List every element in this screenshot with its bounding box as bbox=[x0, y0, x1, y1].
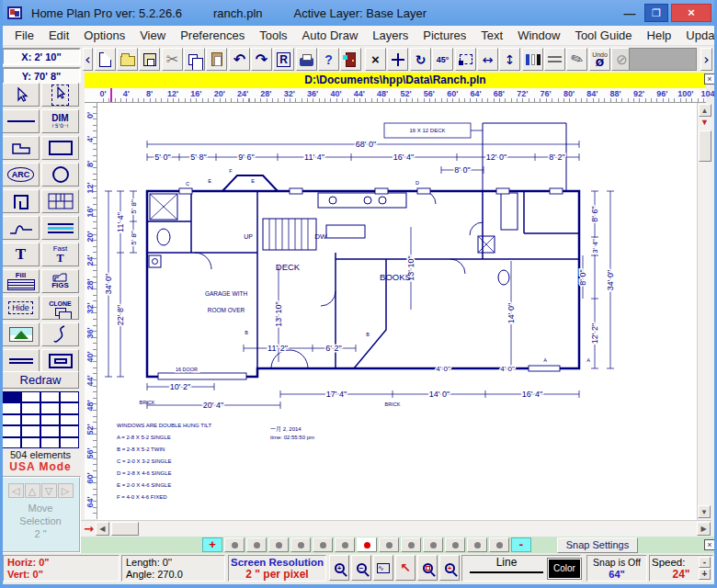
palette-cell[interactable] bbox=[40, 425, 60, 436]
undo-button[interactable]: ↶ bbox=[229, 48, 250, 71]
picture-tool[interactable] bbox=[2, 322, 40, 346]
zoom-in-button[interactable]: + bbox=[329, 555, 349, 581]
freehand-tool[interactable] bbox=[41, 322, 79, 346]
menu-item-tool-guide[interactable]: Tool Guide bbox=[567, 27, 639, 44]
print-button[interactable] bbox=[296, 48, 317, 71]
page-dot-button[interactable] bbox=[401, 537, 421, 552]
menu-item-view[interactable]: View bbox=[132, 27, 173, 44]
minimize-button[interactable]: — bbox=[618, 6, 642, 20]
double-line-tool[interactable] bbox=[2, 349, 40, 373]
move-right-button[interactable]: ▷ bbox=[58, 483, 74, 498]
scroll-right-button[interactable]: ▶ bbox=[697, 522, 711, 536]
page-dot-button[interactable] bbox=[313, 537, 333, 552]
page-dot-button[interactable] bbox=[246, 537, 267, 552]
palette-cell[interactable] bbox=[21, 425, 40, 436]
color-button[interactable]: Color bbox=[548, 559, 581, 579]
line-weight-button[interactable] bbox=[544, 48, 565, 71]
palette-cell[interactable] bbox=[60, 437, 79, 448]
select-tool[interactable] bbox=[2, 83, 40, 107]
copy-button[interactable] bbox=[184, 48, 205, 71]
page-dot-button[interactable] bbox=[423, 537, 443, 552]
scroll-up-button[interactable]: ▲ bbox=[699, 104, 711, 117]
menu-item-help[interactable]: Help bbox=[640, 27, 679, 44]
fast-text-tool[interactable]: FastT bbox=[41, 243, 79, 266]
stretch-horizontal-button[interactable]: ↔ bbox=[477, 48, 498, 71]
menu-item-text[interactable]: Text bbox=[473, 27, 510, 44]
text-tool[interactable]: T bbox=[2, 243, 40, 266]
figures-tool[interactable]: FIGS bbox=[41, 269, 79, 293]
marker-button[interactable]: ✎ bbox=[566, 48, 587, 71]
insulation-tool[interactable] bbox=[41, 216, 79, 240]
double-rectangle-tool[interactable] bbox=[41, 349, 79, 373]
zoom-region-button[interactable] bbox=[417, 555, 438, 581]
add-page-button[interactable]: + bbox=[202, 537, 222, 552]
move-button[interactable] bbox=[387, 48, 408, 71]
palette-cell[interactable] bbox=[40, 402, 60, 413]
maximize-button[interactable]: ❐ bbox=[644, 4, 668, 22]
save-button[interactable] bbox=[139, 48, 160, 71]
vertical-scrollbar[interactable]: ▲ ▼ ▼ bbox=[697, 103, 711, 520]
palette-cell[interactable] bbox=[21, 391, 40, 402]
new-file-button[interactable] bbox=[95, 48, 116, 71]
snap-settings-button[interactable]: Snap Settings bbox=[557, 537, 638, 553]
horizontal-scrollbar[interactable]: → ◀ ▶ bbox=[81, 520, 711, 537]
rectangle-tool[interactable] bbox=[41, 136, 79, 160]
toolbar-scroll-right-button[interactable]: › bbox=[700, 48, 712, 71]
menu-item-tools[interactable]: Tools bbox=[252, 27, 294, 44]
cabinets-tool[interactable] bbox=[41, 189, 79, 213]
circle-tool[interactable] bbox=[41, 163, 79, 187]
palette-cell[interactable] bbox=[60, 391, 79, 402]
select-region-button[interactable] bbox=[455, 48, 476, 71]
page-dot-button[interactable] bbox=[379, 537, 399, 552]
palette-cell[interactable] bbox=[2, 425, 21, 436]
menu-item-updates[interactable]: Updates bbox=[678, 27, 717, 44]
toolbar-scroll-left-button[interactable]: ‹ bbox=[83, 48, 93, 71]
palette-cell[interactable] bbox=[40, 391, 60, 402]
exit-button[interactable] bbox=[340, 48, 361, 71]
page-dot-button[interactable] bbox=[224, 537, 245, 552]
refresh-button[interactable]: R bbox=[273, 48, 294, 71]
help-button[interactable]: ? bbox=[318, 48, 339, 71]
rotate-45-button[interactable]: 45° bbox=[432, 48, 453, 71]
speed-decrease-button[interactable]: - bbox=[699, 557, 711, 568]
fill-tool[interactable]: Fill bbox=[2, 269, 40, 293]
snap-panel[interactable]: Snap is Off 64" bbox=[586, 555, 647, 582]
menu-item-preferences[interactable]: Preferences bbox=[173, 27, 252, 44]
palette-cell[interactable] bbox=[2, 437, 21, 448]
stretch-vertical-button[interactable]: ↕ bbox=[499, 48, 520, 71]
menu-item-options[interactable]: Options bbox=[76, 27, 132, 44]
menu-item-edit[interactable]: Edit bbox=[41, 27, 76, 44]
menu-item-window[interactable]: Window bbox=[510, 27, 567, 44]
menu-item-pictures[interactable]: Pictures bbox=[415, 27, 473, 44]
columns-button[interactable] bbox=[522, 48, 543, 71]
polygon-tool[interactable] bbox=[2, 136, 40, 160]
scroll-left-button[interactable]: ◀ bbox=[96, 522, 109, 536]
dimension-tool[interactable]: DIM⊦5'0⊣ bbox=[41, 109, 79, 133]
redo-button[interactable]: ↷ bbox=[251, 48, 272, 71]
wall-tool[interactable] bbox=[2, 189, 40, 213]
close-button[interactable]: × bbox=[671, 4, 711, 22]
undo-zero-button[interactable]: UndoØ bbox=[589, 48, 610, 71]
page-dot-button[interactable] bbox=[335, 537, 355, 552]
previous-view-button[interactable]: ↖ bbox=[395, 555, 415, 581]
page-dot-button[interactable] bbox=[445, 537, 465, 552]
menu-item-file[interactable]: File bbox=[7, 27, 41, 44]
zoom-point-button[interactable]: + bbox=[439, 555, 460, 581]
vertical-scroll-thumb[interactable] bbox=[699, 130, 711, 162]
menu-item-layers[interactable]: Layers bbox=[365, 27, 415, 44]
palette-cell[interactable] bbox=[2, 391, 21, 402]
palette-cell[interactable] bbox=[40, 437, 60, 448]
cut-button[interactable]: ✂ bbox=[162, 48, 183, 71]
arc-tool[interactable]: ARC bbox=[2, 163, 40, 187]
menu-item-auto-draw[interactable]: Auto Draw bbox=[295, 27, 366, 44]
speed-increase-button[interactable]: + bbox=[699, 569, 711, 580]
page-dot-button[interactable] bbox=[467, 537, 487, 552]
fit-window-button[interactable]: ∿ bbox=[373, 555, 393, 581]
palette-cell[interactable] bbox=[21, 402, 40, 413]
palette-cell[interactable] bbox=[60, 402, 79, 413]
page-dot-button[interactable] bbox=[290, 537, 311, 552]
page-dot-button[interactable] bbox=[489, 537, 509, 552]
palette-cell[interactable] bbox=[21, 414, 40, 425]
page-dot-button[interactable] bbox=[268, 537, 289, 552]
line-tool[interactable] bbox=[2, 109, 40, 133]
